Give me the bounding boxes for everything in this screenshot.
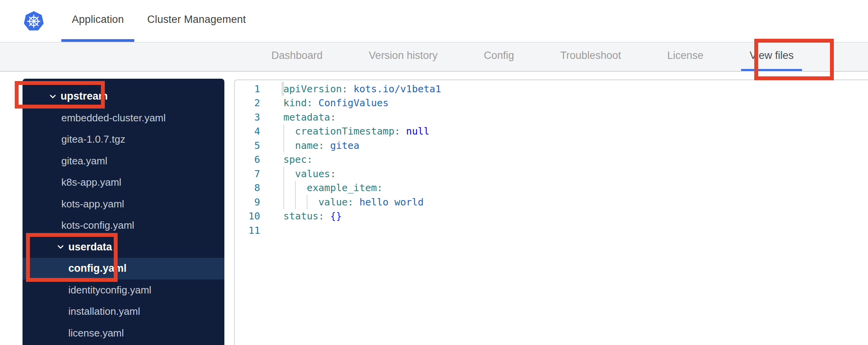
chevron-down-icon (50, 95, 56, 98)
tree-item-label: identityconfig.yaml (68, 284, 151, 296)
indent-guide (283, 167, 295, 181)
token-plain (324, 210, 330, 222)
tree-item-label: userdata (68, 241, 112, 253)
token-plain (354, 197, 359, 208)
tree-item-label: license.yaml (68, 327, 124, 339)
tree-item-label: kots-config.yaml (61, 219, 134, 231)
token-key: spec: (283, 154, 312, 165)
header-tab-cluster-management[interactable]: Cluster Management (137, 0, 256, 42)
line-number: 4 (235, 126, 260, 137)
line-number: 9 (235, 197, 260, 208)
tree-file-k8s-app-yaml[interactable]: k8s-app.yaml (23, 172, 224, 193)
tree-file-config-yaml[interactable]: config.yaml (23, 258, 224, 279)
line-number: 11 (235, 225, 260, 236)
token-brace: {} (330, 210, 342, 222)
code-text: kind: ConfigValues (283, 96, 389, 110)
tree-file-embedded-cluster-yaml[interactable]: embedded-cluster.yaml (23, 107, 224, 129)
token-key: status: (283, 210, 324, 222)
token-key: metadata: (283, 112, 336, 123)
indent-guide (295, 195, 307, 209)
code-text: spec: (283, 153, 312, 167)
editor-cursor (281, 82, 284, 96)
code-text: name: gitea (283, 138, 359, 153)
token-key: creationTimestamp: (295, 126, 400, 137)
tree-file-license-yaml[interactable]: license.yaml (23, 323, 224, 344)
line-number: 5 (235, 140, 260, 151)
tree-item-label: embedded-cluster.yaml (61, 112, 166, 124)
indent-guide (283, 138, 295, 153)
line-number: 8 (235, 182, 260, 193)
code-line-10[interactable]: 10status: {} (235, 209, 868, 224)
tab-config[interactable]: Config (475, 42, 523, 71)
token-key: value: (318, 197, 353, 208)
code-line-6[interactable]: 6spec: (235, 153, 868, 167)
tree-item-label: config.yaml (68, 262, 127, 274)
code-lines: 1apiVersion: kots.io/v1beta12kind: Confi… (235, 82, 868, 238)
indent-guide (283, 181, 295, 195)
tree-item-label: gitea-1.0.7.tgz (61, 133, 125, 145)
tree-file-kots-app-yaml[interactable]: kots-app.yaml (23, 193, 224, 215)
token-key: example_item: (307, 182, 383, 193)
token-key: values: (295, 168, 336, 179)
tab-dashboard[interactable]: Dashboard (263, 42, 331, 71)
file-content-editor[interactable]: 1apiVersion: kots.io/v1beta12kind: Confi… (234, 79, 868, 345)
token-str: gitea (330, 140, 359, 151)
chevron-down-icon (57, 245, 64, 249)
secondary-nav: DashboardVersion historyConfigTroublesho… (0, 42, 868, 72)
tree-folder-userdata[interactable]: userdata (23, 236, 224, 258)
token-kw: null (406, 126, 429, 137)
token-str: kots.io/v1beta1 (354, 83, 441, 95)
token-plain (312, 97, 318, 109)
tree-item-label: k8s-app.yaml (61, 176, 122, 188)
code-line-9[interactable]: 9value: hello world (235, 195, 868, 209)
code-line-4[interactable]: 4creationTimestamp: null (235, 124, 868, 139)
line-number: 7 (235, 168, 260, 179)
tree-file-kots-config-yaml[interactable]: kots-config.yaml (23, 215, 224, 236)
code-line-3[interactable]: 3metadata: (235, 110, 868, 124)
token-str: hello world (359, 197, 424, 208)
header-tab-application[interactable]: Application (61, 0, 134, 42)
tree-item-label: kots-app.yaml (61, 198, 124, 210)
code-line-7[interactable]: 7values: (235, 167, 868, 181)
indent-guide (283, 195, 295, 209)
code-text: apiVersion: kots.io/v1beta1 (283, 82, 441, 96)
line-number: 6 (235, 154, 260, 165)
token-plain (400, 126, 406, 137)
app-header: ApplicationCluster Management (0, 0, 868, 43)
line-number: 3 (235, 112, 260, 123)
kubernetes-logo-icon[interactable] (24, 11, 43, 31)
code-line-5[interactable]: 5name: gitea (235, 138, 868, 153)
code-text: metadata: (283, 110, 336, 124)
token-plain (324, 140, 330, 151)
tree-file-gitea-yaml[interactable]: gitea.yaml (23, 150, 224, 172)
line-number: 2 (235, 97, 260, 109)
tree-file-installation-yaml[interactable]: installation.yaml (23, 301, 224, 323)
code-line-2[interactable]: 2kind: ConfigValues (235, 96, 868, 110)
code-line-11[interactable]: 11 (235, 223, 868, 238)
tab-view-files[interactable]: View files (741, 42, 802, 71)
indent-guide (283, 124, 295, 139)
indent-guide (295, 181, 307, 195)
indent-guide (307, 195, 318, 209)
tab-troubleshoot[interactable]: Troubleshoot (552, 42, 630, 71)
secondary-nav-items: DashboardVersion historyConfigTroublesho… (263, 42, 802, 71)
token-plain (348, 83, 354, 95)
token-key: kind: (283, 97, 312, 109)
code-text: status: {} (283, 209, 342, 224)
tree-file-identityconfig-yaml[interactable]: identityconfig.yaml (23, 279, 224, 301)
code-text: creationTimestamp: null (283, 124, 429, 139)
header-tabs: ApplicationCluster Management (61, 0, 257, 42)
code-line-1[interactable]: 1apiVersion: kots.io/v1beta1 (235, 82, 868, 96)
code-text: values: (283, 167, 336, 181)
token-key: name: (295, 140, 324, 151)
code-line-8[interactable]: 8example_item: (235, 181, 868, 195)
tab-version-history[interactable]: Version history (360, 42, 446, 71)
tab-license[interactable]: License (659, 42, 712, 71)
tree-item-label: upstream (61, 90, 108, 102)
file-tree-sidebar: upstreamembedded-cluster.yamlgitea-1.0.7… (23, 79, 224, 345)
line-number: 10 (235, 210, 260, 222)
tree-folder-upstream[interactable]: upstream (23, 86, 224, 107)
tree-file-gitea-1-0-7-tgz[interactable]: gitea-1.0.7.tgz (23, 129, 224, 150)
token-key: apiVersion: (283, 83, 348, 95)
line-number: 1 (235, 83, 260, 95)
